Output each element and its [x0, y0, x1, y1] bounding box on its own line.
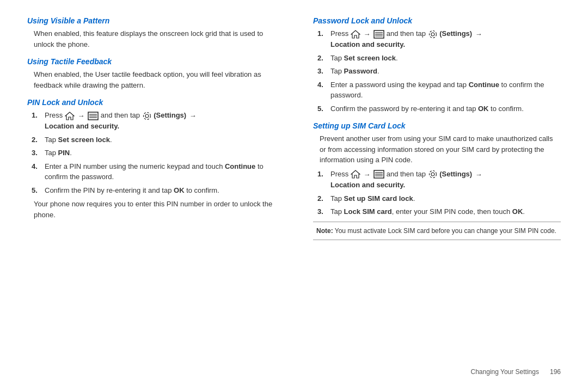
step-bold: Set screen lock	[58, 136, 110, 144]
step-bold: Continue	[469, 81, 499, 89]
page: Using Visible a Pattern When enabled, th…	[0, 0, 588, 392]
step-number: 3.	[32, 148, 42, 158]
svg-point-13	[429, 30, 436, 38]
step-content: Tap Set screen lock.	[330, 53, 561, 64]
step-number: 1.	[32, 110, 42, 121]
svg-point-20	[429, 171, 436, 178]
step-number: 4.	[317, 79, 328, 90]
step-number: 5.	[32, 185, 42, 196]
footer-section-label: Changing Your Settings	[471, 368, 539, 376]
arrow-icon-2: →	[189, 112, 197, 120]
step-content: Tap Lock SIM card, enter your SIM PIN co…	[330, 206, 561, 217]
section-body-tactile: When enabled, the User tactile feedback …	[27, 69, 275, 90]
home-icon-group	[351, 30, 360, 39]
svg-marker-14	[351, 170, 360, 178]
step-bold: Continue	[225, 162, 255, 170]
list-item: 1. Press →	[313, 169, 561, 191]
arrow-icon: →	[363, 30, 370, 38]
home-icon	[351, 30, 360, 39]
menu-icon-group	[373, 30, 384, 39]
step-content: Confirm the password by re-entering it a…	[330, 103, 561, 114]
step-bold: Lock SIM card	[344, 207, 392, 216]
list-item: 3. Tap PIN.	[27, 148, 275, 158]
list-item: 3. Tap Lock SIM card, enter your SIM PIN…	[313, 206, 561, 217]
step-content: Confirm the PIN by re-entering it and ta…	[45, 185, 275, 196]
step-content: Press →	[45, 110, 275, 132]
step-number: 3.	[317, 66, 328, 77]
svg-marker-7	[351, 30, 360, 38]
list-item: 4. Enter a password using the keypad and…	[313, 79, 561, 101]
step-number: 1.	[317, 28, 328, 39]
section-title-pin-lock: PIN Lock and Unlock	[27, 98, 275, 107]
step-content: Tap Password.	[330, 66, 561, 77]
list-item: 2. Tap Set screen lock.	[27, 134, 275, 145]
step-number: 5.	[317, 103, 328, 114]
section-body-sim-lock: Prevent another user from using your SIM…	[313, 133, 561, 166]
step-bold: OK	[478, 105, 489, 113]
section-title-password-lock: Password Lock and Unlock	[313, 16, 561, 25]
list-item: 2. Tap Set screen lock.	[313, 53, 561, 64]
menu-icon-group	[373, 170, 384, 179]
arrow-icon-2: →	[475, 170, 482, 179]
section-title-tactile: Using Tactile Feedback	[27, 57, 275, 66]
location-security-label: Location and security.	[330, 181, 405, 189]
home-icon-group	[65, 112, 75, 120]
list-item: 1. Press →	[313, 28, 561, 50]
svg-marker-0	[65, 112, 74, 120]
content-area: Using Visible a Pattern When enabled, th…	[27, 16, 561, 359]
list-item: 5. Confirm the password by re-entering i…	[313, 103, 561, 114]
settings-icon-group	[428, 29, 438, 39]
step-content: Tap Set screen lock.	[45, 134, 275, 145]
settings-icon	[142, 111, 152, 121]
svg-point-19	[431, 173, 434, 176]
list-item: 2. Tap Set up SIM card lock.	[313, 193, 561, 204]
section-title-visible-pattern: Using Visible a Pattern	[27, 16, 275, 25]
list-item: 4. Enter a PIN number using the numeric …	[27, 161, 275, 182]
settings-icon-group	[142, 111, 152, 121]
step-number: 2.	[32, 134, 42, 145]
step-bold-ok: OK	[512, 207, 523, 216]
home-icon	[65, 112, 75, 120]
step-number: 2.	[317, 193, 328, 204]
step-bold: Set screen lock	[344, 54, 396, 62]
note-box: Note: You must activate Lock SIM card be…	[313, 222, 561, 241]
right-column: Password Lock and Unlock 1. Press →	[308, 16, 561, 359]
section-title-sim-lock: Setting up SIM Card Lock	[313, 121, 561, 130]
svg-point-5	[145, 114, 149, 118]
step-bold: OK	[174, 186, 185, 194]
step-bold: Password	[344, 67, 377, 75]
step-content: Tap Set up SIM card lock.	[330, 193, 561, 204]
note-label: Note:	[316, 227, 333, 235]
arrow-icon-2: →	[475, 30, 482, 38]
sim-lock-steps: 1. Press →	[313, 169, 561, 217]
menu-icon	[373, 30, 384, 39]
home-icon-group	[351, 170, 360, 179]
arrow-icon: →	[77, 112, 84, 120]
page-footer: Changing Your Settings 196	[27, 365, 561, 376]
svg-point-6	[143, 112, 150, 119]
left-column: Using Visible a Pattern When enabled, th…	[27, 16, 286, 359]
home-icon	[351, 170, 360, 179]
step-number: 3.	[317, 206, 328, 217]
menu-icon-group	[88, 112, 99, 120]
location-security-label: Location and security.	[330, 40, 405, 48]
menu-icon	[373, 170, 384, 179]
pin-extra-text: Your phone now requires you to enter thi…	[27, 199, 275, 220]
step-bold-text: (Settings)	[439, 29, 472, 38]
footer-page-number: 196	[550, 368, 561, 376]
step-bold-text: (Settings)	[439, 170, 472, 178]
settings-icon	[428, 169, 438, 179]
note-text: You must activate Lock SIM card before y…	[333, 227, 556, 235]
step-content: Enter a password using the keypad and ta…	[330, 79, 561, 101]
step-number: 1.	[317, 169, 328, 180]
step-bold: Set up SIM card lock	[344, 194, 413, 203]
step-number: 4.	[32, 161, 42, 172]
svg-point-12	[431, 33, 434, 36]
section-body-visible-pattern: When enabled, this feature displays the …	[27, 28, 275, 50]
list-item: 1. Press →	[27, 110, 275, 132]
step-number: 2.	[317, 53, 328, 64]
step-content: Press →	[330, 169, 561, 191]
list-item: 3. Tap Password.	[313, 66, 561, 77]
location-security-label: Location and security.	[45, 122, 119, 130]
settings-icon	[428, 29, 438, 39]
